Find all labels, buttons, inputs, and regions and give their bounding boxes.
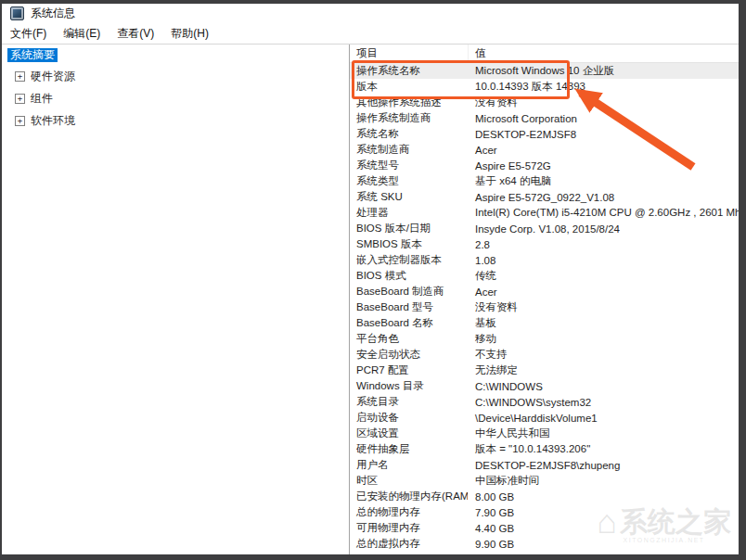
menu-help[interactable]: 帮助(H): [162, 23, 217, 44]
expand-plus-icon[interactable]: +: [15, 116, 25, 126]
table-row[interactable]: 已安装的物理内存(RAM)8.00 GB: [350, 489, 739, 504]
row-item-cell: 处理器: [350, 206, 468, 220]
expand-plus-icon[interactable]: +: [15, 94, 25, 104]
sidebar-item-hardware-resources[interactable]: +硬件资源: [15, 69, 349, 84]
row-value-cell: 4.40 GB: [468, 523, 739, 534]
table-row[interactable]: BIOS 模式传统: [350, 268, 739, 284]
table-row[interactable]: 其他操作系统描述没有资料: [350, 95, 739, 110]
table-row[interactable]: 平台角色移动: [350, 331, 739, 347]
table-row[interactable]: 硬件抽象层版本 = "10.0.14393.206": [350, 441, 739, 457]
row-value-cell: Aspire E5-572G: [468, 160, 739, 172]
row-item-cell: BIOS 模式: [350, 269, 468, 283]
column-header-item[interactable]: 项目: [350, 45, 469, 62]
table-row[interactable]: 系统名称DESKTOP-E2MJSF8: [350, 126, 739, 142]
table-row[interactable]: 总的物理内存7.90 GB: [350, 504, 739, 520]
table-row[interactable]: 时区中国标准时间: [350, 473, 739, 489]
row-value-cell: C:\WINDOWS\system32: [468, 397, 739, 408]
row-item-cell: PCR7 配置: [350, 363, 468, 377]
table-row[interactable]: BaseBoard 型号没有资料: [350, 299, 739, 315]
row-value-cell: 基于 x64 的电脑: [468, 174, 739, 188]
tree-item-label: 软件环境: [31, 113, 75, 129]
table-row[interactable]: 用户名DESKTOP-E2MJSF8\zhupeng: [350, 457, 739, 473]
row-value-cell: Acer: [468, 145, 739, 156]
sidebar-item-software-environment[interactable]: +软件环境: [15, 113, 349, 129]
category-tree-pane: 系统摘要 +硬件资源+组件+软件环境: [2, 45, 350, 554]
row-value-cell: Microsoft Corporation: [468, 113, 739, 124]
row-item-cell: Windows 目录: [350, 379, 468, 393]
table-row[interactable]: 版本10.0.14393 版本 14393: [350, 79, 739, 95]
row-item-cell: BIOS 版本/日期: [350, 222, 468, 235]
row-value-cell: 中华人民共和国: [468, 426, 739, 440]
row-item-cell: 操作系统制造商: [350, 111, 468, 125]
main-content: 系统摘要 +硬件资源+组件+软件环境 项目 值 操作系统名称Microsoft …: [2, 45, 739, 554]
table-row[interactable]: 处理器Intel(R) Core(TM) i5-4210M CPU @ 2.60…: [350, 205, 739, 221]
row-item-cell: 嵌入式控制器版本: [350, 253, 468, 267]
table-row[interactable]: 系统 SKUAspire E5-572G_0922_V1.08: [350, 189, 739, 205]
row-value-cell: 移动: [468, 332, 739, 346]
row-item-cell: 总的物理内存: [350, 505, 468, 519]
row-value-cell: Intel(R) Core(TM) i5-4210M CPU @ 2.60GHz…: [468, 206, 739, 220]
row-value-cell: 不支持: [468, 348, 739, 362]
menu-edit[interactable]: 编辑(E): [55, 23, 109, 44]
row-item-cell: 系统制造商: [350, 143, 468, 157]
row-value-cell: 7.90 GB: [468, 507, 739, 518]
system-info-app-icon: [10, 6, 24, 20]
list-header: 项目 值: [350, 45, 739, 63]
row-value-cell: \Device\HarddiskVolume1: [468, 413, 739, 424]
table-row[interactable]: 启动设备\Device\HarddiskVolume1: [350, 410, 739, 426]
row-item-cell: 可用物理内存: [350, 521, 468, 535]
row-item-cell: 总的虚拟内存: [350, 537, 468, 551]
row-value-cell: 8.00 GB: [468, 491, 739, 503]
table-row[interactable]: 可用物理内存4.40 GB: [350, 520, 739, 536]
table-row[interactable]: Windows 目录C:\WINDOWS: [350, 378, 739, 394]
row-item-cell: 系统型号: [350, 159, 468, 172]
row-item-cell: 其他操作系统描述: [350, 95, 468, 109]
row-item-cell: 区域设置: [350, 426, 468, 440]
row-item-cell: 系统名称: [350, 127, 468, 141]
table-row[interactable]: 安全启动状态不支持: [350, 347, 739, 363]
table-row[interactable]: 系统类型基于 x64 的电脑: [350, 173, 739, 189]
row-item-cell: 系统类型: [350, 174, 468, 188]
row-value-cell: 传统: [468, 269, 739, 283]
table-row[interactable]: 操作系统制造商Microsoft Corporation: [350, 110, 739, 126]
table-row[interactable]: 区域设置中华人民共和国: [350, 426, 739, 441]
table-row[interactable]: PCR7 配置无法绑定: [350, 363, 739, 378]
table-row[interactable]: 总的虚拟内存9.90 GB: [350, 536, 739, 552]
table-row[interactable]: 系统型号Aspire E5-572G: [350, 158, 739, 173]
table-row[interactable]: 操作系统名称Microsoft Windows 10 企业版: [350, 63, 739, 79]
row-value-cell: 1.08: [468, 255, 739, 266]
table-row[interactable]: BIOS 版本/日期Insyde Corp. V1.08, 2015/8/24: [350, 221, 739, 236]
sidebar-item-components[interactable]: +组件: [15, 91, 349, 107]
row-item-cell: 硬件抽象层: [350, 442, 468, 456]
row-value-cell: 2.8: [468, 239, 739, 250]
table-row[interactable]: 嵌入式控制器版本1.08: [350, 252, 739, 268]
screenshot-root: { "window": { "title": "系统信息" }, "menu":…: [0, 0, 746, 560]
row-item-cell: BaseBoard 型号: [350, 300, 468, 314]
table-row[interactable]: 系统制造商Acer: [350, 142, 739, 158]
row-value-cell: 中国标准时间: [468, 474, 739, 488]
row-item-cell: BaseBoard 制造商: [350, 285, 468, 299]
row-value-cell: Aspire E5-572G_0922_V1.08: [468, 192, 739, 203]
expand-plus-icon[interactable]: +: [15, 71, 25, 82]
table-row[interactable]: BaseBoard 名称基板: [350, 315, 739, 331]
details-rows: 操作系统名称Microsoft Windows 10 企业版版本10.0.143…: [350, 63, 739, 552]
tree-item-system-summary[interactable]: 系统摘要: [7, 48, 58, 62]
menu-file[interactable]: 文件(F): [2, 23, 55, 44]
row-item-cell: 操作系统名称: [350, 64, 468, 78]
row-item-cell: 安全启动状态: [350, 348, 468, 362]
row-value-cell: C:\WINDOWS: [468, 381, 739, 392]
row-value-cell: 基板: [468, 316, 739, 330]
table-row[interactable]: SMBIOS 版本2.8: [350, 236, 739, 252]
row-value-cell: Acer: [468, 286, 739, 298]
row-value-cell: 9.90 GB: [468, 539, 739, 550]
table-row[interactable]: 系统目录C:\WINDOWS\system32: [350, 394, 739, 410]
row-item-cell: 系统 SKU: [350, 190, 468, 204]
table-row[interactable]: BaseBoard 制造商Acer: [350, 284, 739, 299]
row-value-cell: 没有资料: [468, 300, 739, 314]
row-value-cell: Insyde Corp. V1.08, 2015/8/24: [468, 223, 739, 235]
details-pane: 项目 值 操作系统名称Microsoft Windows 10 企业版版本10.…: [350, 45, 739, 554]
column-header-value[interactable]: 值: [469, 46, 739, 60]
row-value-cell: 没有资料: [468, 95, 739, 109]
row-item-cell: 已安装的物理内存(RAM): [350, 490, 468, 503]
menu-view[interactable]: 查看(V): [109, 23, 162, 44]
